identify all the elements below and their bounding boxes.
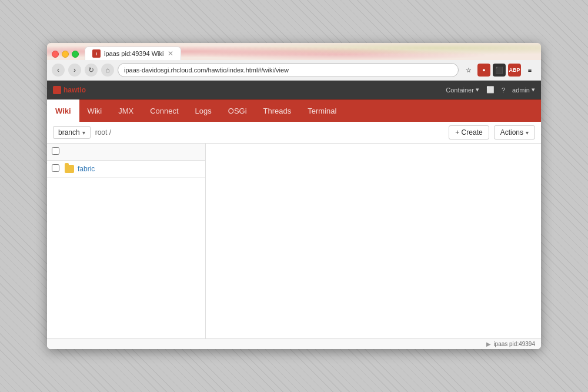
select-all-checkbox[interactable] xyxy=(52,147,61,157)
nav-item-wiki[interactable]: Wiki xyxy=(79,99,111,122)
forward-button[interactable]: › xyxy=(68,64,81,77)
container-chevron: ▾ xyxy=(476,86,479,94)
bb-icon[interactable]: ⬛ xyxy=(493,64,506,77)
file-list-header xyxy=(47,144,205,161)
container-dropdown[interactable]: Container ▾ xyxy=(446,86,479,94)
nav-item-osgi[interactable]: OSGi xyxy=(220,99,255,122)
hawtio-logo-icon xyxy=(53,86,61,94)
address-input[interactable] xyxy=(118,63,459,77)
browser-tab[interactable]: i ipaas pid:49394 Wiki ✕ xyxy=(85,46,181,60)
folder-icon xyxy=(65,165,74,173)
record-icon[interactable]: ● xyxy=(477,64,490,77)
tab-favicon: i xyxy=(92,49,101,58)
item-checkbox-fabric[interactable] xyxy=(52,164,61,174)
nav-item-threads[interactable]: Threads xyxy=(255,99,300,122)
create-label: + Create xyxy=(455,128,482,137)
star-icon[interactable]: ☆ xyxy=(462,64,475,77)
address-bar-row: ‹ › ↻ ⌂ ☆ ● ⬛ ABP ≡ xyxy=(47,60,541,81)
monitor-icon[interactable]: ⬜ xyxy=(486,86,495,94)
refresh-button[interactable]: ↻ xyxy=(85,64,98,77)
actions-chevron-icon: ▾ xyxy=(526,129,529,136)
create-button[interactable]: + Create xyxy=(449,125,489,139)
menu-icon[interactable]: ≡ xyxy=(523,64,536,77)
branch-label: branch xyxy=(58,128,80,137)
file-list: fabric xyxy=(47,144,541,338)
status-bar: ▶ ipaas pid:49394 xyxy=(47,338,541,349)
nav-item-logs[interactable]: Logs xyxy=(187,99,220,122)
minimize-dot[interactable] xyxy=(62,51,69,58)
status-text: ipaas pid:49394 xyxy=(493,341,535,347)
breadcrumb: root / xyxy=(95,128,111,137)
tab-label: ipaas pid:49394 Wiki xyxy=(104,50,164,57)
file-item-fabric[interactable]: fabric xyxy=(47,161,205,178)
maximize-dot[interactable] xyxy=(72,51,79,58)
wiki-toolbar: branch ▾ root / + Create Actions ▾ xyxy=(47,122,541,144)
help-icon[interactable]: ? xyxy=(502,87,505,94)
admin-chevron: ▾ xyxy=(532,86,535,94)
branch-dropdown[interactable]: branch ▾ xyxy=(53,126,91,139)
topbar-right: Container ▾ ⬜ ? admin ▾ xyxy=(446,86,535,94)
content-area: branch ▾ root / + Create Actions ▾ xyxy=(47,122,541,349)
header-checkbox[interactable] xyxy=(52,147,59,155)
status-triangle-icon: ▶ xyxy=(486,341,491,347)
hawtio-logo[interactable]: hawtio xyxy=(53,86,86,94)
branch-chevron-icon: ▾ xyxy=(82,129,85,136)
container-label: Container xyxy=(446,87,474,94)
home-button[interactable]: ⌂ xyxy=(101,64,114,77)
abp-icon[interactable]: ABP xyxy=(508,64,521,77)
admin-dropdown[interactable]: admin ▾ xyxy=(512,86,535,94)
file-panel: fabric xyxy=(47,144,206,338)
fabric-checkbox[interactable] xyxy=(52,164,59,172)
nav-item-connect[interactable]: Connect xyxy=(142,99,186,122)
title-bar: i ipaas pid:49394 Wiki ✕ xyxy=(47,43,541,60)
nav-item-terminal[interactable]: Terminal xyxy=(299,99,345,122)
back-button[interactable]: ‹ xyxy=(52,64,65,77)
main-nav: Wiki Wiki JMX Connect Logs OSGi Threads … xyxy=(47,99,541,122)
admin-label: admin xyxy=(512,87,530,94)
window-controls xyxy=(52,51,79,60)
actions-label: Actions xyxy=(500,128,523,137)
address-icons: ☆ ● ⬛ ABP ≡ xyxy=(462,64,536,77)
toolbar-right: + Create Actions ▾ xyxy=(449,125,535,139)
nav-item-wiki-active[interactable]: Wiki xyxy=(47,99,79,122)
file-name-fabric[interactable]: fabric xyxy=(78,165,95,173)
hawtio-topbar: hawtio Container ▾ ⬜ ? admin ▾ xyxy=(47,81,541,99)
actions-button[interactable]: Actions ▾ xyxy=(494,125,535,139)
tab-close-icon[interactable]: ✕ xyxy=(168,49,173,58)
hawtio-logo-text: hawtio xyxy=(64,86,86,94)
browser-window: i ipaas pid:49394 Wiki ✕ ‹ › ↻ ⌂ ☆ ● ⬛ A… xyxy=(47,43,541,349)
close-dot[interactable] xyxy=(52,51,59,58)
nav-item-jmx[interactable]: JMX xyxy=(110,99,142,122)
